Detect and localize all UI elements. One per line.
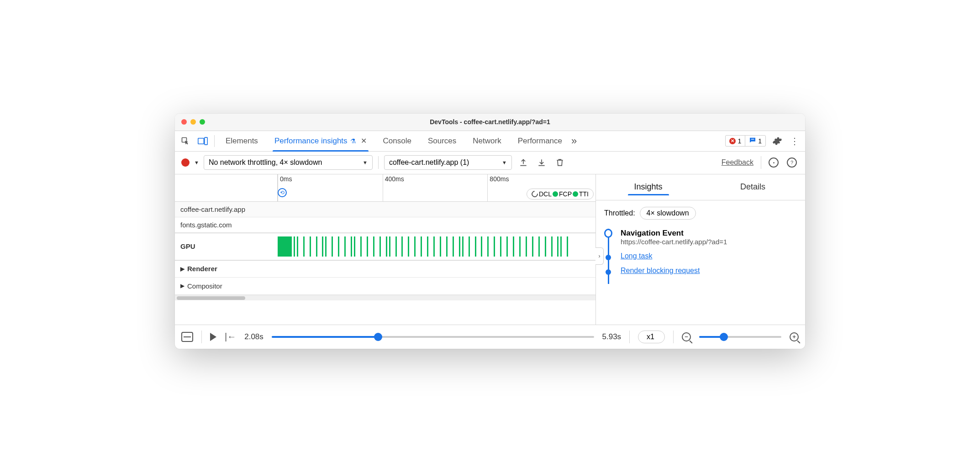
tick-0: 0ms (280, 175, 292, 183)
delete-icon[interactable] (553, 156, 567, 169)
inspect-icon[interactable] (178, 133, 193, 149)
time-ruler[interactable]: 0ms 400ms 800ms DCL FCP TTI ⟲ (278, 174, 595, 201)
maximize-window[interactable] (200, 119, 205, 125)
track-renderer[interactable]: ▶Renderer (175, 261, 278, 277)
insights-toolbar: ▼ No network throttling, 4× slowdown ▼ c… (175, 152, 805, 174)
divider (629, 331, 630, 343)
tab-console[interactable]: Console (376, 131, 419, 151)
track-compositor[interactable]: ▶Compositor (175, 278, 278, 294)
record-menu-caret[interactable]: ▼ (194, 160, 199, 165)
tab-performance-insights[interactable]: Performance insights ⚗ ✕ (267, 131, 374, 151)
play-button[interactable] (210, 333, 216, 341)
nav-event-url: https://coffee-cart.netlify.app/?ad=1 (621, 238, 797, 246)
tab-sources[interactable]: Sources (421, 131, 464, 151)
playhead-icon[interactable]: ⟲ (278, 188, 287, 197)
tab-insights[interactable]: Insights (596, 182, 701, 192)
time-slider[interactable] (272, 336, 594, 338)
time-start: 2.08s (244, 332, 263, 341)
reload-marker-icon (530, 189, 539, 199)
experiment-icon: ⚗ (350, 137, 356, 145)
tab-network[interactable]: Network (465, 131, 508, 151)
record-button[interactable] (181, 158, 190, 167)
expand-icon[interactable]: ▶ (180, 266, 184, 272)
marker-tti: TTI (579, 190, 589, 198)
throttled-value-pill[interactable]: 4× slowdown (640, 207, 696, 220)
insight-render-blocking[interactable]: Render blocking request (621, 267, 700, 274)
markers-legend: DCL FCP TTI (527, 189, 594, 200)
kebab-menu-icon[interactable]: ⋮ (787, 133, 802, 149)
zoom-out-icon[interactable]: − (682, 332, 691, 341)
error-count: 1 (738, 137, 741, 145)
insight-long-task[interactable]: Long task (621, 252, 652, 260)
divider (201, 331, 202, 343)
svg-rect-3 (751, 139, 754, 139)
error-icon: ✕ (729, 138, 736, 144)
nav-event-title: Navigation Event (621, 229, 797, 238)
svg-rect-2 (205, 137, 207, 145)
expand-icon[interactable]: ▶ (180, 283, 184, 289)
settings-icon[interactable] (769, 133, 785, 149)
insights-panel: › Insights Details Throttled: 4× slowdow… (596, 174, 805, 325)
time-end: 5.93s (602, 332, 622, 341)
horizontal-scrollbar[interactable] (175, 295, 595, 300)
divider (378, 156, 379, 169)
gpu-activity (278, 236, 595, 257)
panel-settings-icon[interactable] (767, 156, 780, 169)
device-toggle-icon[interactable] (195, 133, 211, 149)
close-tab-icon[interactable]: ✕ (361, 136, 367, 145)
minimize-window[interactable] (190, 119, 196, 125)
download-icon[interactable] (535, 156, 548, 169)
window-title: DevTools - coffee-cart.netlify.app/?ad=1 (175, 118, 805, 126)
svg-point-4 (773, 162, 775, 163)
more-tabs-icon[interactable]: » (571, 135, 577, 147)
marker-fcp: FCP (559, 190, 572, 198)
throttle-select[interactable]: No network throttling, 4× slowdown ▼ (204, 155, 373, 170)
insight-marker (606, 255, 611, 260)
zoom-slider[interactable] (699, 336, 781, 338)
rewind-button[interactable]: |← (225, 331, 236, 342)
track-network-1[interactable]: coffee-cart.netlify.app (175, 202, 278, 217)
throttle-select-value: No network throttling, 4× slowdown (209, 158, 322, 167)
message-icon (749, 136, 756, 145)
tab-elements[interactable]: Elements (218, 131, 265, 151)
close-window[interactable] (181, 119, 187, 125)
divider (673, 331, 674, 343)
recording-select-value: coffee-cart.netlify.app (1) (389, 158, 469, 167)
titlebar[interactable]: DevTools - coffee-cart.netlify.app/?ad=1 (175, 114, 805, 131)
tab-performance[interactable]: Performance (511, 131, 569, 151)
timeline-panel: 0ms 400ms 800ms DCL FCP TTI ⟲ coffee-car… (175, 174, 596, 325)
issues-badges[interactable]: ✕1 1 (725, 135, 766, 147)
svg-rect-1 (198, 138, 204, 144)
marker-dcl: DCL (539, 190, 552, 198)
tab-details[interactable]: Details (701, 182, 805, 192)
track-gpu[interactable]: GPU (175, 233, 278, 260)
upload-icon[interactable] (516, 156, 530, 169)
track-network-2[interactable]: fonts.gstatic.com (175, 217, 278, 232)
devtools-tabs: Elements Performance insights ⚗ ✕ Consol… (175, 131, 805, 152)
throttled-label: Throttled: (604, 209, 635, 217)
playback-footer: |← 2.08s 5.93s x1 − + (175, 325, 805, 349)
tti-dot (573, 191, 578, 197)
feedback-link[interactable]: Feedback (722, 158, 753, 167)
zoom-in-icon[interactable]: + (790, 332, 799, 341)
tick-2: 800ms (490, 175, 509, 183)
screenshot-toggle-icon[interactable] (181, 332, 193, 342)
divider (761, 156, 761, 169)
insight-marker (606, 269, 611, 275)
message-count: 1 (758, 137, 762, 145)
nav-event-marker (604, 229, 612, 238)
divider (214, 135, 215, 147)
help-icon[interactable]: ? (785, 156, 799, 169)
tick-1: 400ms (385, 175, 404, 183)
fcp-dot (553, 191, 558, 197)
recording-select[interactable]: coffee-cart.netlify.app (1) ▼ (384, 155, 512, 170)
collapse-panel-icon[interactable]: › (595, 247, 604, 265)
speed-pill[interactable]: x1 (638, 331, 665, 343)
